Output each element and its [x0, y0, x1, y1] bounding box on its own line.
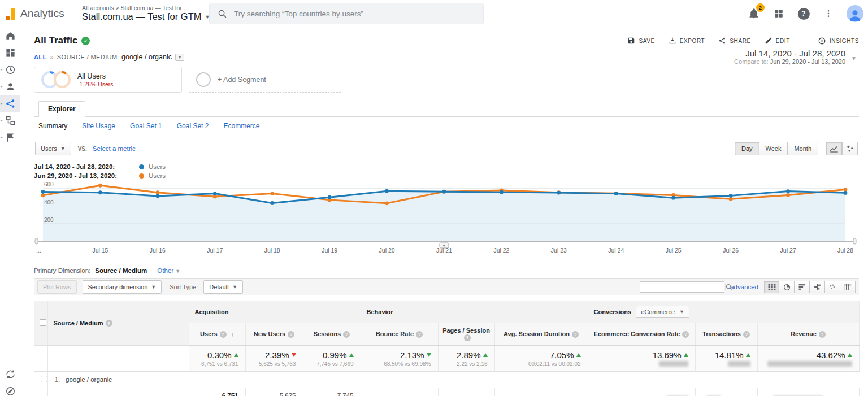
- subtab-goal-set-2[interactable]: Goal Set 2: [177, 122, 209, 130]
- avatar[interactable]: [847, 5, 863, 22]
- column-header-users[interactable]: Users?↓: [189, 323, 245, 346]
- svg-text:Jul 23: Jul 23: [551, 247, 567, 254]
- sidebar-item-home[interactable]: [0, 27, 20, 44]
- granularity-day-button[interactable]: Day: [735, 142, 760, 155]
- conversions-type-dropdown[interactable]: eCommerce▼: [636, 306, 689, 318]
- notifications-bell-icon[interactable]: 2: [747, 7, 761, 20]
- insights-icon: [818, 37, 826, 45]
- help-icon[interactable]: ?: [220, 331, 227, 338]
- users-line-chart[interactable]: 200400600...Jul 15Jul 16Jul 17Jul 18Jul …: [34, 181, 859, 259]
- column-header-pages-session[interactable]: Pages / Session?: [438, 323, 494, 346]
- add-segment-button[interactable]: + Add Segment: [189, 67, 342, 93]
- table-row[interactable]: Jul 14, 2020 - Jul 28, 20206,751 (100.00…: [34, 388, 859, 396]
- svg-text:Jul 22: Jul 22: [493, 247, 509, 254]
- sidebar-item-acquisition[interactable]: ▸: [0, 95, 20, 112]
- segment-all-users[interactable]: All Users -1.26% Users: [34, 67, 182, 93]
- expander-arrow-icon[interactable]: ▸: [1, 101, 3, 106]
- help-icon[interactable]: ?: [743, 331, 750, 338]
- column-header-new-users[interactable]: New Users?: [245, 323, 303, 346]
- help-icon[interactable]: ?: [819, 331, 826, 338]
- view-pivot-button[interactable]: [840, 281, 856, 293]
- view-table-button[interactable]: [764, 281, 779, 293]
- summary-cell: 2.89%2.22 vs 2.16: [438, 345, 494, 371]
- date-range-selector[interactable]: Jul 14, 2020 - Jul 28, 2020 Compare to: …: [734, 49, 857, 65]
- sidebar-item-realtime[interactable]: ▸: [0, 61, 20, 78]
- expander-arrow-icon[interactable]: ▸: [1, 67, 3, 72]
- account-breadcrumb-block[interactable]: All accounts > Stall.com.ua — Test for .…: [82, 5, 210, 22]
- sort-desc-icon[interactable]: ↓: [231, 330, 235, 337]
- tab-explorer[interactable]: Explorer: [38, 101, 85, 117]
- subtab-ecommerce[interactable]: Ecommerce: [223, 122, 259, 130]
- subtab-goal-set-1[interactable]: Goal Set 1: [130, 122, 162, 130]
- pie-chart-icon: [783, 284, 791, 291]
- column-header-transactions[interactable]: Transactions?: [695, 323, 757, 346]
- expander-arrow-icon[interactable]: ▸: [1, 118, 3, 123]
- date-range-primary: Jul 14, 2020 - Jul 28, 2020: [734, 49, 845, 58]
- help-icon[interactable]: ?: [572, 331, 579, 338]
- advanced-link[interactable]: advanced: [730, 284, 758, 290]
- select-all-checkbox[interactable]: [34, 301, 47, 345]
- search-input[interactable]: Try searching “Top countries by users”: [209, 3, 484, 24]
- help-icon[interactable]: ?: [416, 331, 423, 338]
- analytics-logo[interactable]: Analytics: [0, 7, 68, 20]
- filter-all-link[interactable]: ALL: [34, 54, 47, 60]
- more-vert-icon[interactable]: [822, 7, 835, 20]
- help-icon[interactable]: ?: [106, 320, 112, 327]
- help-icon[interactable]: ?: [797, 7, 810, 20]
- other-dimension-link[interactable]: Other ▼: [157, 267, 180, 274]
- help-icon[interactable]: ?: [682, 331, 689, 338]
- redacted-value: [728, 361, 750, 367]
- sidebar-item-attribution[interactable]: [0, 365, 20, 382]
- column-header-sessions[interactable]: Sessions?: [303, 323, 361, 346]
- redacted-value: [767, 361, 852, 367]
- column-header-bounce-rate[interactable]: Bounce Rate?: [361, 323, 438, 346]
- secondary-dimension-dropdown[interactable]: Secondary dimension ▼: [83, 280, 162, 294]
- column-header-avg-session-duration[interactable]: Avg. Session Duration?: [494, 323, 588, 346]
- share-button[interactable]: SHARE: [718, 37, 750, 45]
- line-chart-toggle[interactable]: [826, 142, 842, 155]
- table-row[interactable]: 1.google / organic: [34, 371, 859, 388]
- svg-text:Jul 18: Jul 18: [264, 247, 280, 254]
- view-term-cloud-button[interactable]: [825, 281, 840, 293]
- expander-arrow-icon[interactable]: ▸: [1, 135, 3, 140]
- chevron-down-icon: ▼: [175, 268, 180, 274]
- view-percentage-button[interactable]: [779, 281, 795, 293]
- sidebar-item-behavior[interactable]: ▸: [0, 112, 20, 129]
- column-header-revenue[interactable]: Revenue?: [757, 323, 859, 346]
- view-comparison-button[interactable]: [810, 281, 825, 293]
- help-icon[interactable]: ?: [464, 334, 471, 341]
- subtab-site-usage[interactable]: Site Usage: [82, 122, 115, 130]
- svg-text:Jul 27: Jul 27: [780, 247, 796, 254]
- save-button[interactable]: SAVE: [627, 37, 654, 45]
- sidebar-item-conversions[interactable]: ▸: [0, 129, 20, 146]
- table-search-input[interactable]: [640, 281, 724, 293]
- granularity-week-button[interactable]: Week: [760, 142, 788, 155]
- summary-cell: 0.99%7,745 vs 7,669: [303, 345, 361, 371]
- dimension-cell[interactable]: 1.google / organic: [47, 371, 189, 388]
- granularity-month-button[interactable]: Month: [788, 142, 818, 155]
- insights-button[interactable]: INSIGHTS: [818, 37, 859, 45]
- help-icon[interactable]: ?: [288, 331, 294, 338]
- apps-grid-icon[interactable]: [772, 7, 785, 20]
- column-header-ecommerce-conversion-rate[interactable]: Ecommerce Conversion Rate?: [588, 323, 695, 346]
- row-checkbox[interactable]: [34, 371, 47, 388]
- edit-button[interactable]: EDIT: [765, 37, 790, 45]
- motion-chart-toggle[interactable]: [842, 142, 858, 155]
- metric-dropdown[interactable]: Users ▼: [35, 142, 71, 155]
- subtab-summary[interactable]: Summary: [38, 122, 67, 130]
- help-icon[interactable]: ?: [343, 331, 350, 338]
- sidebar-item-customization[interactable]: [0, 44, 20, 61]
- plot-rows-button: Plot Rows: [37, 280, 77, 294]
- sidebar-item-audience[interactable]: ▸: [0, 78, 20, 95]
- dimension-column-header[interactable]: Source / Medium?: [47, 301, 189, 345]
- realtime-clock-icon: [5, 64, 16, 75]
- expander-arrow-icon[interactable]: ▸: [1, 84, 3, 89]
- export-button[interactable]: EXPORT: [669, 37, 705, 45]
- view-performance-button[interactable]: [795, 281, 810, 293]
- primary-dimension-value[interactable]: Source / Medium: [95, 267, 147, 274]
- sidebar-item-discover[interactable]: [0, 382, 20, 396]
- sort-type-dropdown[interactable]: Default ▼: [203, 280, 243, 294]
- arrow-up-icon: [684, 353, 688, 357]
- filter-dropdown-button[interactable]: ▼: [175, 54, 184, 61]
- select-metric-link[interactable]: Select a metric: [93, 145, 136, 152]
